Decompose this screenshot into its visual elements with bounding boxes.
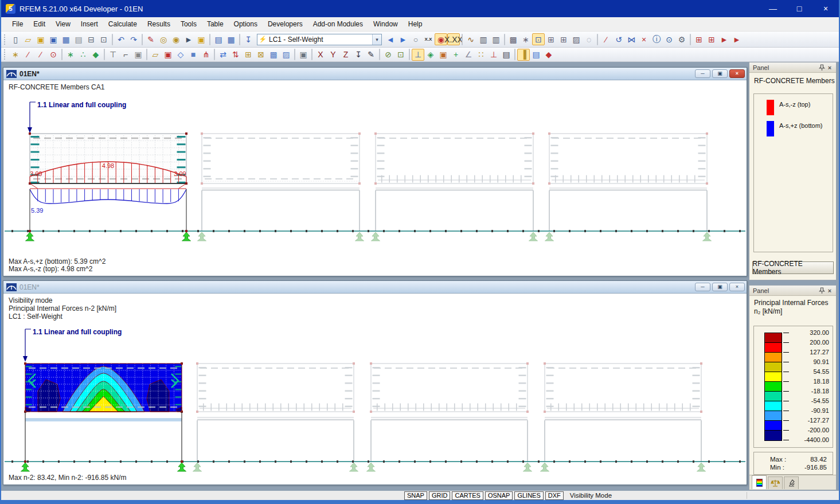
copy-3d-icon[interactable]: ▣ xyxy=(297,49,310,61)
toolbar-separator[interactable] xyxy=(409,49,410,60)
table-toggle-icon[interactable]: ▤ xyxy=(212,33,225,45)
mesh-refine-icon[interactable]: ∗ xyxy=(519,33,532,45)
menu-developers[interactable]: Developers xyxy=(263,18,308,30)
generate-grid-icon[interactable]: ⊞ xyxy=(242,49,255,61)
toolbar-separator[interactable] xyxy=(294,49,295,60)
toolbar-separator[interactable] xyxy=(311,49,312,60)
fe-numbers-icon[interactable]: ▨ xyxy=(570,33,583,45)
maximize-button[interactable]: ▣ xyxy=(712,69,728,78)
save-icon[interactable]: ▦ xyxy=(60,33,72,45)
new-window-icon[interactable]: ▣ xyxy=(195,33,208,45)
viewport1-canvas[interactable]: RF-CONCRETE Members CA1 1.1 Linear and f… xyxy=(3,80,747,276)
new-line-icon[interactable]: ∕ xyxy=(22,49,34,61)
fe-view-icon[interactable]: ⊡ xyxy=(532,33,545,45)
snap-toggle[interactable]: SNAP xyxy=(404,491,427,500)
fe-settings2-icon[interactable]: ⊞ xyxy=(557,33,570,45)
generate-load-icon[interactable]: ▩ xyxy=(267,49,280,61)
menu-table[interactable]: Table xyxy=(202,18,229,30)
values-display-icon[interactable]: X.XX xyxy=(447,33,460,45)
toolbar-separator[interactable] xyxy=(462,34,463,45)
grid-toggle[interactable]: GRID xyxy=(429,491,451,500)
new-surface-icon[interactable]: ◆ xyxy=(89,49,102,61)
generate-nodes-icon[interactable]: ∗ xyxy=(64,49,77,61)
settings-icon[interactable]: ⊙ xyxy=(663,33,675,45)
tab-color-scale[interactable] xyxy=(752,475,767,489)
renumber-z-icon[interactable]: Z xyxy=(339,49,352,61)
animation-icon[interactable]: ∿ xyxy=(464,33,477,45)
dxf-toggle[interactable]: DXF xyxy=(545,491,564,500)
delete-results-icon[interactable]: × xyxy=(638,33,650,45)
menu-calculate[interactable]: Calculate xyxy=(103,18,142,30)
tab-display-options[interactable] xyxy=(784,476,799,489)
menu-file[interactable]: File xyxy=(7,18,28,30)
close-button[interactable]: × xyxy=(729,283,745,291)
zoom-region-icon[interactable]: ◎ xyxy=(157,33,170,45)
viewport2-canvas[interactable]: Visibility mode Principal Internal Force… xyxy=(3,294,747,485)
partition-icon[interactable]: ▨ xyxy=(280,49,292,61)
undo-icon[interactable]: ↶ xyxy=(115,33,127,45)
mirror-view-icon[interactable]: ⋈ xyxy=(625,33,638,45)
menu-view[interactable]: View xyxy=(50,18,76,30)
export-red2-icon[interactable]: ► xyxy=(730,33,743,45)
edit-pen-icon[interactable]: ✎ xyxy=(144,33,157,45)
solid-icon[interactable]: ■ xyxy=(187,49,200,61)
menu-window[interactable]: Window xyxy=(368,18,403,30)
glines-toggle[interactable]: GLINES xyxy=(514,491,543,500)
values-xx-icon[interactable]: X.X xyxy=(422,33,435,45)
close-icon[interactable]: × xyxy=(826,64,834,72)
view-colored-icon[interactable]: ◈ xyxy=(424,49,437,61)
menu-tools[interactable]: Tools xyxy=(175,18,202,30)
export-red1-icon[interactable]: ► xyxy=(718,33,730,45)
color-scale-box[interactable]: 320.00 200.00 127.27 90.91 xyxy=(753,326,833,448)
color-scale-icon[interactable]: ◆ xyxy=(542,49,555,61)
zoom-center-icon[interactable]: ◉ xyxy=(170,33,182,45)
close-button[interactable]: × xyxy=(729,69,745,78)
menu-results[interactable]: Results xyxy=(142,18,175,30)
close-button[interactable]: × xyxy=(812,0,839,17)
close-icon[interactable]: × xyxy=(826,287,834,295)
toolbar-separator[interactable] xyxy=(597,34,598,45)
toolbar-separator[interactable] xyxy=(514,49,515,60)
toolbar-separator[interactable] xyxy=(504,34,505,45)
new-file-icon[interactable]: ▯ xyxy=(9,33,22,45)
new-arc-icon[interactable]: ⊙ xyxy=(47,49,60,61)
new-line2-icon[interactable]: ∕ xyxy=(34,49,47,61)
next-loadcase-icon[interactable]: ► xyxy=(397,33,409,45)
new-support-icon[interactable]: ⊤ xyxy=(107,49,119,61)
toolbar-separator[interactable] xyxy=(146,49,147,60)
toolbar-drag-handle[interactable] xyxy=(4,49,7,60)
window-export1-icon[interactable]: ⊞ xyxy=(693,33,705,45)
maximize-button[interactable]: ▣ xyxy=(712,283,728,291)
loadcase-tool-icon[interactable]: ↧ xyxy=(242,33,255,45)
viewport2-titlebar[interactable]: 01EN* ─ ▣ × xyxy=(3,281,747,294)
renumber-all-icon[interactable]: ✎ xyxy=(365,49,377,61)
find-element-icon[interactable]: ◌ xyxy=(583,33,595,45)
window-export2-icon[interactable]: ⊞ xyxy=(705,33,718,45)
cutter-icon[interactable]: ∕ xyxy=(600,33,612,45)
fe-settings-icon[interactable]: ⊞ xyxy=(545,33,557,45)
generate-frame-icon[interactable]: ⇅ xyxy=(229,49,242,61)
menu-help[interactable]: Help xyxy=(403,18,428,30)
intersection-icon[interactable]: ⋔ xyxy=(200,49,212,61)
display-panel-icon[interactable]: ▐ xyxy=(517,49,530,61)
view-multi-icon[interactable]: ∷ xyxy=(475,49,487,61)
toolbar-separator[interactable] xyxy=(379,49,380,60)
toolbar-drag-handle[interactable] xyxy=(4,34,7,45)
tab-factors[interactable] xyxy=(768,476,783,489)
minimize-button[interactable]: — xyxy=(760,0,786,17)
print-icon[interactable]: ⊟ xyxy=(85,33,97,45)
menu-options[interactable]: Options xyxy=(229,18,263,30)
nurbs-icon[interactable]: ◇ xyxy=(174,49,187,61)
numbering-icon[interactable]: ↧ xyxy=(352,49,365,61)
toolbar-separator[interactable] xyxy=(214,49,215,60)
toolbar-separator[interactable] xyxy=(112,34,113,45)
minimize-button[interactable]: ─ xyxy=(695,69,710,78)
viewport1-titlebar[interactable]: 01EN* ─ ▣ × xyxy=(3,68,747,80)
surface-tool-icon[interactable]: ▱ xyxy=(149,49,162,61)
view-solid-icon[interactable]: ▣ xyxy=(437,49,450,61)
info-icon[interactable]: ⓘ xyxy=(650,33,663,45)
calc-tool2-icon[interactable]: ▥ xyxy=(490,33,502,45)
maximize-button[interactable]: □ xyxy=(786,0,812,17)
toolbar-separator[interactable] xyxy=(61,49,62,60)
generate-table-icon[interactable]: ∴ xyxy=(77,49,89,61)
